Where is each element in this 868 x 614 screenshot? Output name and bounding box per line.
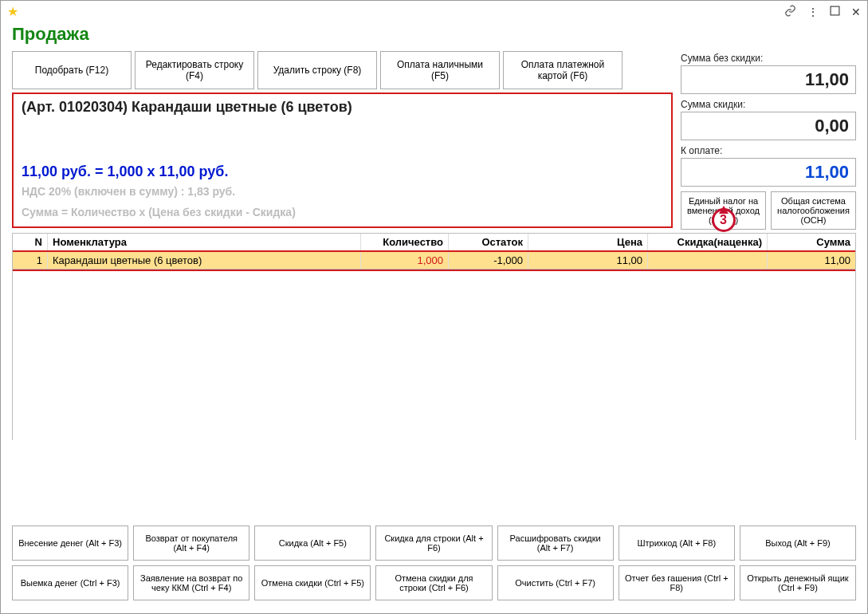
cancel-discount-button[interactable]: Отмена скидки (Ctrl + F5)	[254, 565, 371, 600]
sum-discount-value: 0,00	[681, 112, 856, 140]
sum-no-discount-label: Сумма без скидки:	[681, 53, 856, 64]
close-icon[interactable]: ✕	[851, 6, 861, 18]
xreport-button[interactable]: Отчет без гашения (Ctrl + F8)	[619, 565, 735, 600]
cell-disc[interactable]	[648, 252, 768, 269]
col-sum: Сумма	[768, 234, 855, 251]
deposit-button[interactable]: Внесение денег (Alt + F3)	[12, 525, 128, 561]
tax-envd-button[interactable]: Единый налог на вмененный доход (ЕНВД) 3	[681, 191, 766, 230]
col-qty: Количество	[361, 234, 449, 251]
item-title: (Арт. 01020304) Карандаши цветные (6 цве…	[22, 99, 663, 116]
items-grid[interactable]: N Номенклатура Количество Остаток Цена С…	[12, 233, 856, 440]
discount-row-button[interactable]: Скидка для строки (Alt + F6)	[375, 525, 492, 561]
item-price-line: 11,00 руб. = 1,000 x 11,00 руб.	[22, 163, 663, 180]
sum-no-discount-value: 11,00	[681, 65, 856, 94]
return-button[interactable]: Возврат от покупателя (Alt + F4)	[133, 525, 249, 561]
col-disc: Скидка(наценка)	[648, 234, 768, 251]
callout-badge: 3	[712, 208, 736, 232]
item-formula: Сумма = Количество x (Цена без скидки - …	[22, 206, 663, 218]
pay-cash-button[interactable]: Оплата наличными (F5)	[380, 51, 500, 89]
grid-row[interactable]: 1 Карандаши цветные (6 цветов) 1,000 -1,…	[13, 252, 855, 270]
sum-total-label: К оплате:	[681, 145, 856, 156]
more-icon[interactable]: ⋮	[807, 6, 819, 18]
sum-discount-label: Сумма скидки:	[681, 99, 856, 110]
cell-name: Карандаши цветные (6 цветов)	[48, 252, 361, 269]
col-name: Номенклатура	[48, 234, 361, 251]
cell-price[interactable]: 11,00	[528, 252, 648, 269]
link-icon[interactable]	[784, 5, 796, 19]
item-info-panel: (Арт. 01020304) Карандаши цветные (6 цве…	[12, 92, 673, 228]
col-rest: Остаток	[449, 234, 528, 251]
open-drawer-button[interactable]: Открыть денежный ящик (Ctrl + F9)	[740, 565, 856, 600]
cell-n: 1	[13, 252, 48, 269]
col-n: N	[13, 234, 48, 251]
grid-header-row: N Номенклатура Количество Остаток Цена С…	[13, 234, 855, 252]
favorite-star-icon[interactable]: ★	[7, 4, 18, 19]
cell-sum: 11,00	[768, 252, 855, 269]
pay-card-button[interactable]: Оплата платежной картой (F6)	[503, 51, 623, 89]
svg-rect-0	[831, 6, 839, 15]
item-vat-line: НДС 20% (включен в сумму) : 1,83 руб.	[22, 185, 663, 198]
barcode-button[interactable]: Штрихкод (Alt + F8)	[619, 525, 735, 561]
maximize-icon[interactable]	[830, 6, 840, 18]
exit-button[interactable]: Выход (Alt + F9)	[740, 525, 856, 561]
cell-qty[interactable]: 1,000	[361, 252, 449, 269]
clear-button[interactable]: Очистить (Ctrl + F7)	[497, 565, 614, 600]
edit-row-button[interactable]: Редактировать строку (F4)	[135, 51, 254, 89]
discount-button[interactable]: Скидка (Alt + F5)	[254, 525, 371, 561]
tax-osn-button[interactable]: Общая система налогообложения (ОСН)	[771, 191, 856, 230]
cancel-discount-row-button[interactable]: Отмена скидки для строки (Ctrl + F6)	[375, 565, 492, 600]
kkm-return-button[interactable]: Заявление на возврат по чеку ККМ (Ctrl +…	[133, 565, 249, 600]
page-title: Продажа	[1, 22, 867, 51]
delete-row-button[interactable]: Удалить строку (F8)	[257, 51, 377, 89]
explain-discounts-button[interactable]: Расшифровать скидки (Alt + F7)	[497, 525, 614, 561]
sum-total-value: 11,00	[681, 158, 856, 187]
withdraw-button[interactable]: Выемка денег (Ctrl + F3)	[12, 565, 128, 600]
col-price: Цена	[528, 234, 648, 251]
pick-button[interactable]: Подобрать (F12)	[12, 51, 132, 89]
cell-rest: -1,000	[449, 252, 528, 269]
